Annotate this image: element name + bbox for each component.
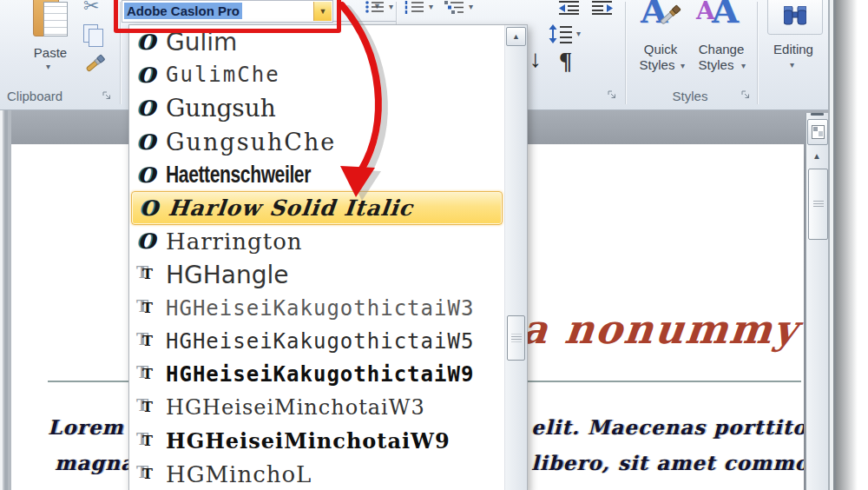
window-right-shadow	[828, 0, 868, 490]
font-name-label: GungsuhChe	[166, 129, 336, 156]
numbering-button[interactable]: ▾	[404, 0, 439, 19]
clipboard-dialog-launcher[interactable]	[102, 91, 113, 102]
font-list-item[interactable]: TTHGHangle	[129, 258, 503, 291]
quick-styles-brush-icon	[654, 2, 684, 31]
font-dropdown-scrollbar[interactable]: ▲	[504, 25, 527, 490]
opentype-icon: O	[135, 129, 159, 155]
document-scrollbar-thumb[interactable]	[808, 169, 828, 240]
styles-dialog-launcher[interactable]	[741, 90, 752, 101]
styles-group: A Quick Styles ▾ A A Change Styles ▾ Sty…	[625, 0, 757, 109]
font-name-label: Harlow Solid Italic	[167, 195, 414, 221]
document-heading-fragment: a nonummy p	[519, 306, 804, 353]
body-line1-left: Lorem i	[48, 415, 131, 439]
quick-styles-button[interactable]: A Quick Styles ▾	[632, 0, 689, 78]
opentype-icon: O	[137, 195, 161, 221]
opentype-icon: O	[135, 96, 159, 121]
editing-group: Editing ▾	[757, 0, 830, 109]
clipboard-group: Paste ▾ ✂ Clipboard	[0, 0, 120, 109]
pilcrow-icon: ¶	[559, 47, 572, 74]
change-styles-dropdown-arrow-icon: ▾	[741, 62, 746, 70]
opentype-icon: O	[135, 162, 159, 188]
font-name-label: Harrington	[166, 228, 303, 255]
styles-group-label: Styles	[660, 89, 720, 103]
font-name-label: Gungsuh	[166, 94, 276, 122]
format-painter-button[interactable]	[82, 50, 108, 76]
font-list-item[interactable]: OHarlow Solid Italic	[131, 191, 503, 224]
font-name-label: HGHeiseiKakugothictaiW9	[166, 362, 474, 387]
font-name-label: GulimChe	[166, 63, 280, 87]
ruler-toggle-button[interactable]	[807, 119, 828, 145]
editing-dropdown-arrow-icon: ▾	[790, 61, 794, 70]
paste-button[interactable]: Paste ▾	[24, 0, 76, 78]
editing-button[interactable]	[767, 0, 823, 35]
line-spacing-button[interactable]: ▾	[549, 24, 589, 47]
increase-indent-icon	[592, 0, 613, 15]
change-styles-a-front-icon: A	[712, 0, 739, 30]
opentype-icon: O	[135, 228, 159, 254]
paragraph-dialog-launcher[interactable]	[608, 90, 618, 101]
font-list-item[interactable]: OHarrington	[129, 225, 503, 258]
split-handle[interactable]	[811, 113, 824, 116]
numbering-dropdown-arrow-icon: ▾	[429, 3, 433, 11]
cut-button[interactable]: ✂	[83, 0, 104, 17]
up-arrow-icon: ▲	[512, 32, 520, 41]
opentype-icon: O	[135, 63, 159, 88]
change-styles-button[interactable]: A A Change Styles ▾	[691, 0, 752, 78]
quick-styles-label-1: Quick	[632, 42, 689, 56]
copy-button[interactable]	[83, 24, 106, 47]
decrease-indent-icon	[559, 0, 580, 15]
decrease-indent-button[interactable]	[559, 0, 585, 19]
body-line2-left: magna s	[55, 451, 138, 474]
clipboard-group-label: Clipboard	[7, 89, 62, 103]
editing-label: Editing	[759, 42, 828, 56]
font-list-item[interactable]: TTHGHeiseiKakugothictaiW3	[129, 291, 503, 324]
font-list: OGulimOGulimCheOGungsuhOGungsuhCheOHaett…	[129, 25, 527, 490]
font-name-label: HGHeiseiMinchotaiW3	[166, 395, 425, 420]
format-painter-brush-icon	[82, 50, 108, 76]
font-name-label: HGHeiseiKakugothictaiW5	[166, 329, 474, 354]
font-name-label: HGMinchoL	[166, 461, 312, 487]
copy-icon-front	[89, 29, 103, 47]
scroll-up-arrow-icon[interactable]: ▲	[812, 151, 821, 161]
show-hide-marks-button[interactable]: ¶	[559, 47, 585, 75]
font-name-label: HGHangle	[166, 261, 289, 289]
paste-label: Paste	[24, 45, 76, 60]
ruler-toggle-icon	[812, 125, 825, 139]
font-list-item[interactable]: OGungsuh	[129, 92, 503, 125]
multilevel-list-icon	[444, 0, 465, 14]
font-size-combobox-edge	[333, 21, 396, 22]
paste-paper-icon	[43, 2, 68, 36]
font-list-item[interactable]: TTHGHeiseiKakugothictaiW5	[129, 325, 503, 358]
font-list-item[interactable]: OHaettenschweiler	[129, 158, 503, 191]
paste-dropdown-arrow-icon[interactable]: ▾	[46, 63, 50, 71]
font-name-label: Haettenschweiler	[166, 162, 311, 189]
line-spacing-dropdown-arrow-icon: ▾	[576, 30, 581, 38]
font-list-item[interactable]: TTHGHeiseiKakugothictaiW9	[129, 358, 503, 391]
bullets-button[interactable]: ▾	[365, 0, 399, 19]
change-styles-label-1: Change	[691, 42, 752, 56]
body-line2-right: libero, sit amet commodo mag	[531, 451, 804, 474]
dropdown-scrollbar-thumb[interactable]	[507, 315, 525, 361]
multilevel-list-button[interactable]: ▾	[444, 0, 479, 19]
dropdown-scroll-up-button[interactable]: ▲	[506, 27, 526, 46]
increase-indent-button[interactable]	[592, 0, 618, 19]
multilevel-dropdown-arrow-icon: ▾	[469, 3, 473, 11]
font-list-item[interactable]: TTHGHeiseiMinchotaiW3	[129, 391, 503, 424]
quick-styles-dropdown-arrow-icon: ▾	[681, 62, 685, 70]
font-list-item[interactable]: OGulimChe	[129, 58, 503, 91]
binoculars-icon	[784, 6, 806, 25]
window-left-border	[0, 110, 11, 490]
font-list-item[interactable]: TTHGHeiseiMinchotaiW9	[129, 425, 503, 458]
font-list-item[interactable]: OGungsuhChe	[129, 125, 503, 158]
font-list-item[interactable]: TTHGMinchoL	[129, 458, 503, 490]
body-line1-right: elit. Maecenas porttitor cong	[531, 415, 804, 439]
sort-down-arrow-icon: ↓	[529, 45, 542, 72]
document-scrollbar[interactable]: ▲	[806, 113, 829, 490]
quick-styles-label-2: Styles	[628, 57, 686, 72]
font-dropdown-panel: OGulimOGulimCheOGungsuhOGungsuhCheOHaett…	[128, 24, 528, 490]
sort-button-arrow[interactable]: ↓	[529, 45, 542, 73]
font-name-label: HGHeiseiKakugothictaiW3	[166, 296, 474, 321]
bullets-dropdown-arrow-icon: ▾	[389, 3, 393, 11]
annotation-rectangle	[114, 0, 341, 33]
numbering-icon	[404, 0, 425, 14]
